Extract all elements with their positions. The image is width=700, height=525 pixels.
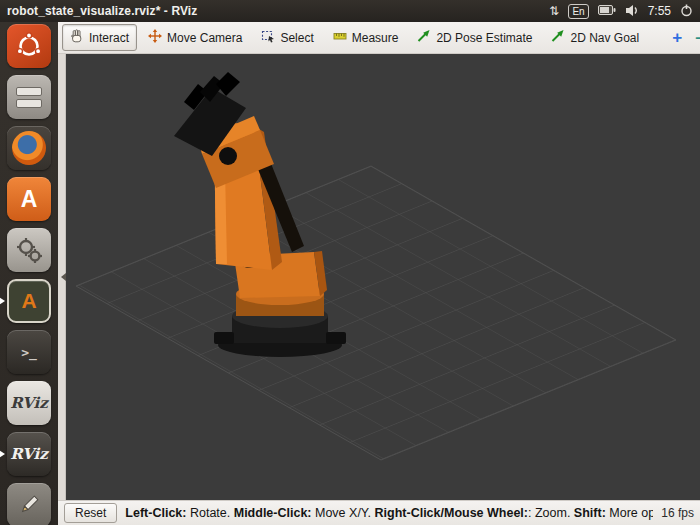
tool-move-camera-button[interactable]: Move Camera (140, 24, 250, 51)
tool-select-button[interactable]: Select (253, 24, 321, 51)
indicator-area: ⇅ En 7:55 (549, 4, 693, 19)
launcher-item-terminal[interactable]: >_ (7, 330, 51, 374)
tool-measure-button[interactable]: Measure (325, 24, 407, 51)
3d-scene (66, 54, 700, 500)
battery-icon[interactable] (598, 5, 616, 17)
rviz-content (58, 54, 700, 500)
firefox-icon (7, 126, 51, 170)
system-menubar: robot_state_visualize.rviz* - RViz ⇅ En … (0, 0, 700, 22)
tool-label: Measure (352, 31, 399, 45)
fps-counter: 16 fps (661, 506, 694, 520)
file-cabinet-icon (7, 75, 51, 119)
unity-launcher: A (0, 22, 58, 525)
tool-label: 2D Pose Estimate (436, 31, 532, 45)
tool-interact-button[interactable]: Interact (62, 24, 137, 51)
remove-tool-button[interactable]: − (691, 29, 700, 46)
tool-label: Select (280, 31, 313, 45)
session-menu-icon[interactable] (680, 4, 693, 19)
launcher-item-firefox[interactable] (7, 126, 51, 170)
rviz-window: Interact Move Camera Select (58, 22, 700, 525)
rviz-dark-icon: RViz (7, 432, 51, 476)
language-indicator[interactable]: En (568, 4, 588, 19)
toolbar-overflow-controls: − ▾ (691, 29, 700, 46)
green-arrow-icon (417, 29, 431, 46)
tool-label: Interact (89, 31, 129, 45)
gears-icon (7, 228, 51, 272)
tool-label: Move Camera (167, 31, 242, 45)
selection-box-icon (261, 29, 275, 46)
mouse-help-text: Left-Click: Rotate. Middle-Click: Move X… (125, 506, 653, 520)
add-tool-button[interactable]: + (666, 28, 688, 48)
rviz-light-icon: RViz (7, 381, 51, 425)
reset-button[interactable]: Reset (64, 503, 117, 523)
launcher-item-system-settings[interactable] (7, 228, 51, 272)
main-area: A (0, 22, 700, 525)
pencil-icon (7, 483, 51, 525)
launcher-item-software-updater[interactable]: A (7, 279, 51, 323)
software-center-icon: A (7, 177, 51, 221)
ruler-icon (333, 29, 347, 46)
move-arrows-icon (148, 29, 162, 46)
rviz-statusbar: Reset Left-Click: Rotate. Middle-Click: … (58, 500, 700, 525)
launcher-item-files[interactable] (7, 75, 51, 119)
launcher-item-rviz-light[interactable]: RViz (7, 381, 51, 425)
ubuntu-logo-icon (7, 24, 51, 68)
rviz-toolbar: Interact Move Camera Select (58, 22, 700, 54)
launcher-item-text-editor[interactable] (7, 483, 51, 525)
launcher-item-software-center[interactable]: A (7, 177, 51, 221)
tool-2d-pose-estimate-button[interactable]: 2D Pose Estimate (409, 24, 540, 51)
tool-label: 2D Nav Goal (570, 31, 639, 45)
clock[interactable]: 7:55 (648, 4, 671, 18)
3d-viewport[interactable] (66, 54, 700, 500)
terminal-icon: >_ (7, 330, 51, 374)
displays-panel-collapsed-strip[interactable] (58, 54, 66, 500)
running-indicator-arrow (0, 450, 9, 458)
desktop: robot_state_visualize.rviz* - RViz ⇅ En … (0, 0, 700, 525)
launcher-item-ubuntu-dash[interactable] (7, 24, 51, 68)
green-arrow-icon (551, 29, 565, 46)
launcher-item-rviz-dark[interactable]: RViz (7, 432, 51, 476)
software-updater-icon: A (7, 279, 51, 323)
window-title: robot_state_visualize.rviz* - RViz (7, 4, 197, 18)
grid-plane (76, 166, 676, 460)
running-indicator-arrow (0, 297, 9, 305)
volume-icon[interactable] (625, 4, 639, 19)
tool-2d-nav-goal-button[interactable]: 2D Nav Goal (543, 24, 647, 51)
keyboard-indicator-icon[interactable]: ⇅ (549, 4, 559, 18)
panel-expand-arrow-icon (57, 273, 66, 281)
hand-cursor-icon (70, 29, 84, 46)
